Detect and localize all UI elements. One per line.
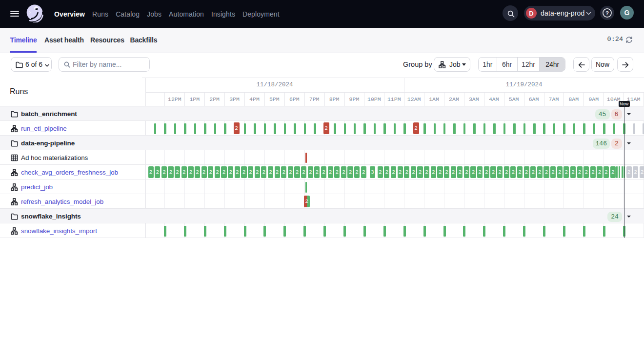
svg-text:?: ?: [605, 10, 609, 16]
